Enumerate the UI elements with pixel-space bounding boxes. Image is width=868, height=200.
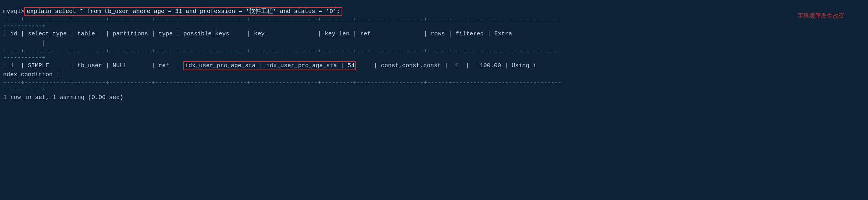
result-footer: 1 row in set, 1 warning (0.00 sec): [0, 93, 868, 103]
sql-command: explain select * from tb_user where age …: [24, 7, 342, 16]
header-line-2: |: [0, 39, 868, 48]
data-row-1-cont: ndex condition |: [0, 70, 868, 79]
separator-line-3: +----+-------------+---------+----------…: [0, 79, 868, 86]
separator-line-2: +----+-------------+---------+----------…: [0, 48, 868, 55]
separator-line-1b: -----------+: [0, 23, 868, 29]
terminal-window: mysql>explain select * from tb_user wher…: [0, 4, 868, 106]
data-row-1: | 1 | SIMPLE | tb_user | NULL | ref | id…: [0, 61, 868, 70]
annotation-text: 字段顺序发生改变: [797, 12, 844, 21]
highlighted-index-cells: idx_user_pro_age_sta | idx_user_pro_age_…: [183, 61, 356, 70]
prompt-label: mysql>: [3, 8, 24, 15]
header-line-1: | id | select_type | table | partitions …: [0, 29, 868, 39]
separator-line-1: +----+-------------+---------+----------…: [0, 16, 868, 23]
command-line: mysql>explain select * from tb_user wher…: [0, 7, 868, 16]
separator-line-2b: -----------+: [0, 55, 868, 61]
separator-line-3b: -----------+: [0, 86, 868, 93]
